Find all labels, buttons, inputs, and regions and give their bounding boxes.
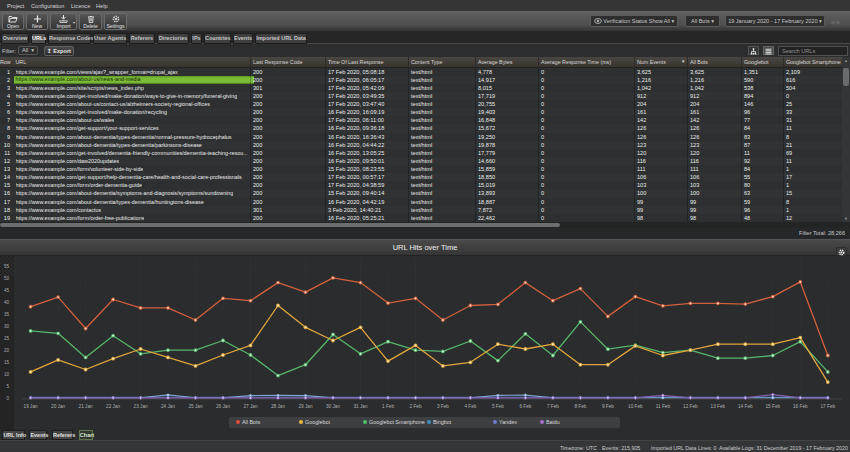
svg-text:26 Jan: 26 Jan <box>216 404 230 409</box>
svg-text:5 Feb: 5 Feb <box>492 404 504 409</box>
svg-text:6 Feb: 6 Feb <box>519 404 531 409</box>
svg-text:55: 55 <box>4 264 10 269</box>
svg-text:29 Jan: 29 Jan <box>298 404 312 409</box>
svg-text:20 Jan: 20 Jan <box>51 404 65 409</box>
svg-text:10: 10 <box>4 372 10 377</box>
svg-text:12 Feb: 12 Feb <box>683 404 698 409</box>
svg-text:10 Feb: 10 Feb <box>628 404 643 409</box>
svg-text:27 Jan: 27 Jan <box>243 404 257 409</box>
svg-text:11 Feb: 11 Feb <box>656 404 671 409</box>
svg-text:25: 25 <box>4 336 10 341</box>
svg-text:21 Jan: 21 Jan <box>79 404 93 409</box>
svg-text:0: 0 <box>6 396 9 401</box>
svg-text:16 Feb: 16 Feb <box>793 404 808 409</box>
svg-text:2 Feb: 2 Feb <box>410 404 422 409</box>
svg-text:7 Feb: 7 Feb <box>547 404 559 409</box>
svg-text:15 Feb: 15 Feb <box>766 404 781 409</box>
svg-text:30: 30 <box>4 324 10 329</box>
svg-text:9 Feb: 9 Feb <box>602 404 614 409</box>
svg-text:30 Jan: 30 Jan <box>326 404 340 409</box>
svg-text:4 Feb: 4 Feb <box>464 404 476 409</box>
svg-text:8 Feb: 8 Feb <box>574 404 586 409</box>
svg-text:13 Feb: 13 Feb <box>711 404 726 409</box>
svg-text:31 Jan: 31 Jan <box>353 404 367 409</box>
svg-text:20: 20 <box>4 348 10 353</box>
svg-text:3 Feb: 3 Feb <box>437 404 449 409</box>
svg-text:17 Feb: 17 Feb <box>821 404 836 409</box>
svg-text:24 Jan: 24 Jan <box>161 404 175 409</box>
svg-text:35: 35 <box>4 312 10 317</box>
svg-text:23 Jan: 23 Jan <box>134 404 148 409</box>
svg-text:1 Feb: 1 Feb <box>382 404 394 409</box>
svg-text:22 Jan: 22 Jan <box>106 404 120 409</box>
svg-text:14 Feb: 14 Feb <box>738 404 753 409</box>
svg-text:25 Jan: 25 Jan <box>188 404 202 409</box>
svg-text:19 Jan: 19 Jan <box>24 404 38 409</box>
svg-text:5: 5 <box>6 384 9 389</box>
svg-text:50: 50 <box>4 276 10 281</box>
svg-text:15: 15 <box>4 360 10 365</box>
svg-text:45: 45 <box>4 288 10 293</box>
svg-text:40: 40 <box>4 300 10 305</box>
svg-text:28 Jan: 28 Jan <box>271 404 285 409</box>
